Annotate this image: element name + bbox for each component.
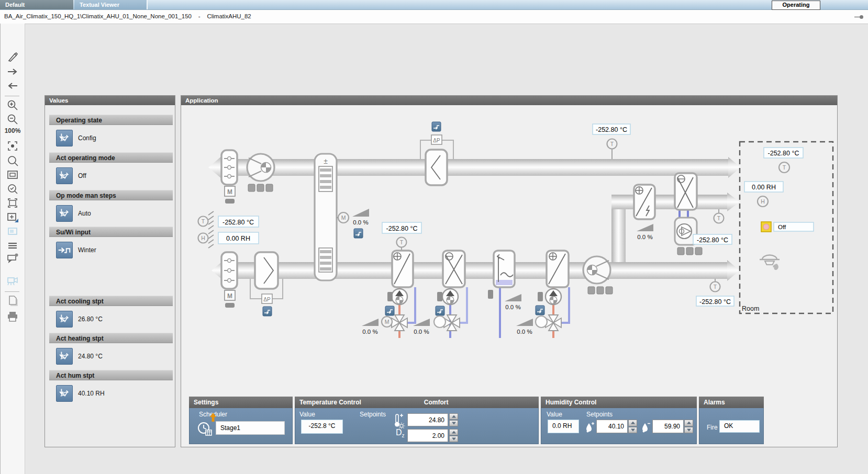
- value-text: Config: [78, 134, 96, 142]
- alarms-header: Alarms: [699, 397, 764, 408]
- heating-valve: [392, 315, 407, 331]
- breadcrumb-title: ClimatixAHU_82: [207, 13, 251, 19]
- fit-view-icon[interactable]: [6, 140, 19, 152]
- zoom-level-label: 100%: [3, 127, 23, 134]
- override-icon[interactable]: [56, 348, 73, 365]
- search-icon[interactable]: [6, 154, 19, 167]
- override-icon[interactable]: [56, 130, 73, 146]
- temperature-control-section: Temperature Control Comfort Value -252.8…: [295, 397, 539, 444]
- climatix-hmi-window: Default Textual Viewer Operating BA_Air_…: [0, 0, 868, 474]
- group-label-act-cooling-stpt: Act cooling stpt: [49, 296, 173, 306]
- override-icon[interactable]: [436, 306, 444, 315]
- supply-damper: M: [221, 252, 237, 308]
- dehumidify-setpoint-spinner[interactable]: [684, 420, 693, 433]
- heat-recovery-ramp-icon: [352, 209, 369, 217]
- scheduler-icon[interactable]: [197, 421, 213, 437]
- humidity-control-header: Humidity Control: [541, 397, 697, 408]
- humidifier-ramp-icon: [505, 294, 521, 301]
- tab-default[interactable]: Default: [0, 0, 73, 9]
- duct-network: [208, 156, 741, 281]
- recirculation-cooling-coil: -252.80 °C T: [675, 173, 732, 255]
- cooling-valve: [444, 315, 460, 331]
- duct-supply: [224, 262, 727, 279]
- supply-fan: [583, 256, 613, 294]
- svg-text:-252.80 °C: -252.80 °C: [697, 236, 728, 244]
- arrow-left-icon[interactable]: [6, 80, 19, 92]
- deadzone-setpoint-spinner[interactable]: [449, 429, 458, 442]
- humidify-setpoint-spinner[interactable]: [628, 420, 637, 433]
- fan-stage-indicators: [588, 287, 613, 294]
- heat-recovery-percent: 0.0 %: [353, 219, 368, 225]
- svg-text:H: H: [761, 198, 765, 205]
- alarms-section: Alarms Fire OK: [699, 397, 764, 444]
- dehumidify-setpoint-input[interactable]: [652, 420, 684, 433]
- override-icon[interactable]: [56, 311, 73, 328]
- svg-text:-252.80 °C: -252.80 °C: [386, 225, 418, 232]
- pin-icon[interactable]: [854, 15, 864, 19]
- humidity-control-section: Humidity Control Value 0.0 RH Setpoints: [541, 397, 697, 444]
- value-text: Auto: [78, 210, 91, 217]
- print-icon[interactable]: [6, 310, 19, 323]
- move-view-icon[interactable]: [6, 211, 19, 223]
- comfort-setpoint-input[interactable]: [407, 413, 448, 426]
- toolbar-divider: [5, 96, 19, 96]
- exhaust-outlet-arrow: [208, 156, 222, 179]
- override-icon[interactable]: [536, 306, 544, 315]
- wall-hatch: [208, 211, 214, 248]
- pen-icon[interactable]: [6, 51, 19, 63]
- scheduler-input[interactable]: [216, 421, 285, 435]
- override-icon[interactable]: [56, 205, 73, 222]
- value-text: 26.80 °C: [78, 315, 103, 323]
- comfort-setpoint-spinner[interactable]: [449, 413, 458, 426]
- preheating-coil: -252.80 °C T M 0.0 %: [362, 222, 421, 338]
- zoom-out-icon[interactable]: [6, 113, 19, 126]
- svg-text:ΔP: ΔP: [263, 297, 271, 302]
- heater-ramp-icon: [637, 224, 653, 231]
- temperature-header-label: Temperature Control: [299, 397, 361, 408]
- svg-text:-252.80 °C: -252.80 °C: [596, 126, 627, 133]
- tab-textual-viewer[interactable]: Textual Viewer: [74, 0, 148, 9]
- layers-icon[interactable]: [6, 239, 19, 252]
- comment-icon[interactable]: [6, 252, 19, 265]
- temp-value-field[interactable]: -252.8 °C: [301, 420, 343, 434]
- breadcrumb-separator: -: [198, 13, 201, 19]
- supply-temp-sensor: T -252.80 °C: [696, 279, 734, 306]
- pan-view-icon[interactable]: [6, 225, 19, 238]
- temp-setpoints-label: Setpoints: [360, 411, 386, 418]
- group-label-act-heating-stpt: Act heating stpt: [49, 333, 173, 343]
- ahu-diagram: M ± M: [181, 105, 837, 397]
- room-zone: Room -252.80 °C T 0.00 RH H Off: [740, 142, 833, 313]
- supply-filter: ΔP: [250, 252, 283, 316]
- override-icon[interactable]: [56, 385, 73, 402]
- settings-header: Settings: [189, 397, 293, 408]
- fan-stage-indicators: [248, 184, 273, 191]
- humidify-setpoint-input[interactable]: [596, 420, 628, 433]
- value-text: Winter: [78, 246, 96, 254]
- new-page-icon[interactable]: [6, 295, 19, 307]
- override-icon[interactable]: [354, 229, 363, 238]
- svg-text:T: T: [610, 141, 614, 147]
- select-area-icon[interactable]: [6, 197, 19, 209]
- hum-setpoints-label: Setpoints: [586, 411, 613, 418]
- viewport-icon[interactable]: [6, 168, 19, 181]
- override-icon[interactable]: [385, 306, 394, 315]
- fire-status-field[interactable]: OK: [719, 420, 760, 433]
- operating-mode-button[interactable]: Operating: [772, 1, 820, 10]
- cooling-valve-percent: 0.0 %: [414, 329, 429, 335]
- zoom-selection-icon[interactable]: [6, 183, 19, 195]
- signal-input-icon[interactable]: [56, 242, 73, 258]
- camera-icon[interactable]: [6, 274, 19, 286]
- svg-text:H: H: [201, 235, 205, 241]
- pump-stage-indicators: [677, 247, 702, 255]
- arrow-right-icon[interactable]: [6, 65, 19, 78]
- room-label: Room: [742, 305, 759, 312]
- override-icon[interactable]: [263, 307, 272, 316]
- reheating-valve-percent: 0.0 %: [517, 329, 532, 335]
- value-text: 40.10 RH: [78, 390, 105, 397]
- values-panel: Values Operating state Config Act operat…: [44, 95, 175, 447]
- override-icon[interactable]: [56, 167, 73, 184]
- zoom-in-icon[interactable]: [6, 99, 19, 111]
- hum-value-field[interactable]: 0.0 RH: [548, 420, 579, 433]
- override-icon[interactable]: [432, 122, 441, 131]
- deadzone-setpoint-input[interactable]: [407, 429, 448, 442]
